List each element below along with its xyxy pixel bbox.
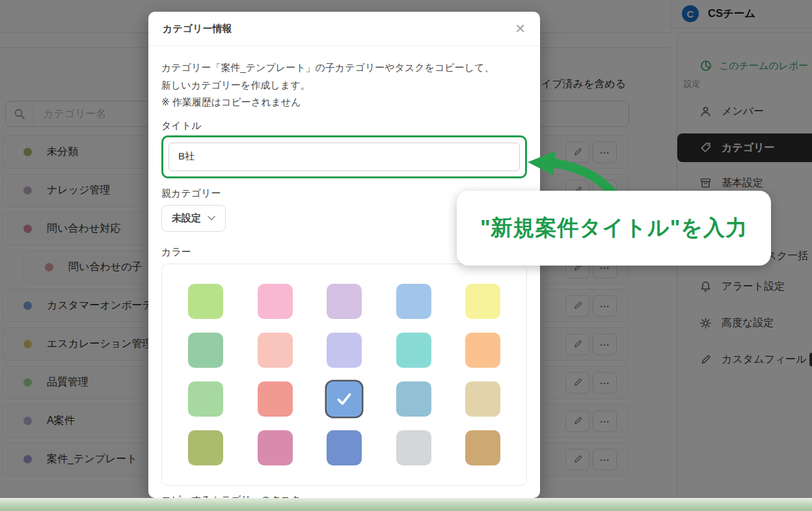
- color-swatch[interactable]: [258, 284, 293, 319]
- category-title-input[interactable]: [169, 143, 520, 171]
- color-swatch[interactable]: [327, 430, 362, 465]
- description-line-2: 新しいカテゴリーを作成します。: [161, 77, 527, 94]
- modal-body: カテゴリー「案件_テンプレート」の子カテゴリーやタスクをコピーして、 新しいカテ…: [148, 46, 540, 498]
- color-swatch[interactable]: [188, 381, 223, 417]
- color-swatch[interactable]: [465, 430, 500, 465]
- annotation-callout: "新規案件タイトル"を入力: [457, 191, 771, 266]
- screen: アーカイブ済みを含める 未分類 ··· ナレッジ管理: [0, 0, 812, 511]
- color-swatch[interactable]: [258, 381, 293, 417]
- color-swatch[interactable]: [396, 430, 431, 465]
- color-swatch[interactable]: [465, 284, 500, 319]
- color-swatch[interactable]: [465, 333, 500, 368]
- color-swatch[interactable]: [258, 430, 293, 465]
- title-field-label: タイトル: [161, 120, 527, 132]
- modal-header: カテゴリー情報 ✕: [148, 12, 540, 46]
- color-swatch[interactable]: [327, 381, 362, 417]
- parent-category-value: 未設定: [172, 212, 201, 225]
- description-note: ※ 作業履歴はコピーされません: [161, 94, 527, 111]
- bottom-progress-bar: [0, 498, 812, 511]
- title-field-highlight: [161, 135, 527, 178]
- parent-category-dropdown[interactable]: 未設定: [161, 205, 226, 232]
- color-swatch[interactable]: [465, 381, 500, 417]
- close-icon[interactable]: ✕: [515, 22, 526, 35]
- check-icon: [336, 391, 353, 407]
- annotation-callout-text: "新規案件タイトル"を入力: [480, 214, 748, 243]
- color-swatch[interactable]: [188, 430, 223, 465]
- color-swatch[interactable]: [188, 333, 223, 368]
- color-swatch[interactable]: [396, 333, 431, 368]
- chevron-down-icon: [208, 215, 215, 221]
- modal-description: カテゴリー「案件_テンプレート」の子カテゴリーやタスクをコピーして、 新しいカテ…: [161, 59, 527, 111]
- color-swatch[interactable]: [327, 284, 362, 319]
- color-swatch[interactable]: [258, 333, 293, 368]
- color-swatch[interactable]: [396, 284, 431, 319]
- color-swatch[interactable]: [188, 284, 223, 319]
- color-swatch[interactable]: [396, 381, 431, 417]
- color-swatch-grid: [161, 264, 527, 486]
- description-line-1: カテゴリー「案件_テンプレート」の子カテゴリーやタスクをコピーして、: [161, 59, 527, 77]
- color-swatch[interactable]: [327, 333, 362, 368]
- modal-title: カテゴリー情報: [163, 23, 232, 35]
